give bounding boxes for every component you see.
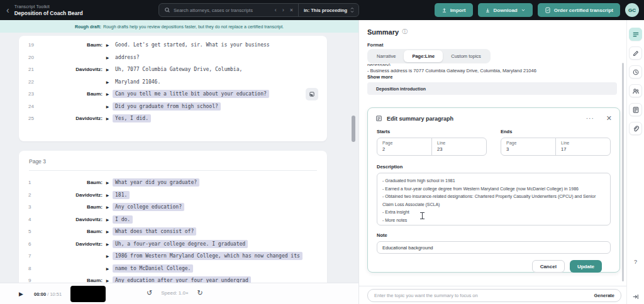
collapse-panel-icon[interactable] [629,290,642,303]
summary-icon[interactable] [629,28,642,41]
speaker-name: Baum: [40,229,103,234]
line-number: 4 [19,217,40,222]
top-bar-actions: Import Download Order certified transcri… [435,3,639,17]
section-header-deposition-introduction[interactable]: Deposition introduction [367,82,617,95]
tab-page-line[interactable]: Page:Line [404,50,443,62]
page-label: Page 3 [19,151,327,165]
avatar[interactable]: GC [625,3,639,17]
search-prev-icon[interactable]: ‹ [274,7,278,13]
tab-narrative[interactable]: Narrative [369,50,404,62]
transcript-line[interactable]: 6Davidovitz:▶Uh, a four-year college deg… [19,238,327,251]
banner-bold: Rough draft: [75,24,101,29]
line-text: 181. [113,191,130,199]
ends-line-field[interactable]: Line 17 [555,138,610,155]
certificate-icon [545,7,551,14]
line-text: Good. Let's get started, sir. What is yo… [113,41,272,49]
search-clear-icon[interactable]: × [289,7,294,13]
speaker-name: Davidovitz: [40,116,103,121]
update-button[interactable]: Update [570,260,602,273]
play-line-icon: ▶ [103,266,113,271]
speaker-name: Baum: [40,91,103,97]
transcript-line[interactable]: 4Davidovitz:▶I do. [19,214,327,226]
transcript-line[interactable]: 2Davidovitz:▶181. [19,189,327,202]
line-text: What year did you graduate? [113,178,199,187]
line-number: 23 [19,91,40,97]
forward-icon[interactable]: ↻ [197,289,203,297]
app-title: Transcript Toolkit [14,4,83,9]
transcript-line[interactable]: 1Baum:▶What year did you graduate? [19,176,327,189]
more-options-icon[interactable]: ··· [586,115,594,122]
summary-scrollbar-thumb[interactable] [622,63,624,281]
order-certified-transcript-button[interactable]: Order certified transcript [538,3,620,17]
line-text: I do. [113,215,133,224]
speed-control[interactable]: Speed: 1.0× [161,290,188,296]
show-more-link[interactable]: Show more [367,74,392,80]
title-block: Transcript Toolkit Deposition of Coach B… [14,4,83,16]
ends-label: Ends [501,129,611,134]
chevron-down-icon [521,8,526,13]
transcript-line[interactable]: 7▶1986 from Western Maryland College, wh… [19,250,327,263]
help-icon[interactable]: ? [629,255,642,268]
starts-page-field[interactable]: Page 2 [377,138,431,155]
summary-title: Summary ⓘ [367,28,408,36]
format-label: Format [367,42,383,48]
search-placeholder: Search attorneys, cases or transcripts [174,8,270,13]
line-number: 3 [19,204,40,210]
download-button[interactable]: Download [478,3,533,17]
line-number: 24 [19,104,40,109]
generate-placeholder: Enter the topic you want the summary to … [374,293,594,298]
paperclip-icon[interactable] [629,122,642,135]
speaker-name: Davidovitz: [40,67,103,72]
search-scope-select[interactable]: in: This proceeding [298,4,358,16]
back-chevron-icon[interactable]: ‹ [6,6,9,14]
note-input[interactable]: Educational background [377,241,611,254]
highlighter-icon[interactable] [629,46,642,60]
note-button[interactable] [306,88,318,100]
transcript-line[interactable]: 23Baum:▶Can you tell me a little bit abo… [19,88,327,100]
transcript-line[interactable]: 3Baum:▶Any college education? [19,201,327,214]
speaker-name: Baum: [40,204,103,210]
close-icon[interactable]: ✕ [606,114,612,122]
info-icon[interactable]: ⓘ [402,28,408,36]
transcript-panel: 19Baum:▶Good. Let's get started, sir. Wh… [0,33,358,283]
transcript-line[interactable]: 8▶name to McDaniel College. [19,263,327,275]
search-input[interactable]: Search attorneys, cases or transcripts ‹… [159,4,298,16]
speaker-name: Baum: [40,180,103,185]
generate-button[interactable]: Generate [594,293,614,298]
line-text: Did you graduate from high school? [113,102,221,111]
transcript-line[interactable]: 19Baum:▶Good. Let's get started, sir. Wh… [19,39,327,52]
edit-summary-paragraph-card: Edit summary paragraph ··· ✕ Starts Page… [367,107,620,273]
transcript-line[interactable]: 20▶address? [19,52,327,64]
banner-text: Rough drafts help you review depositions… [103,24,284,29]
line-number: 5 [19,229,40,234]
video-thumbnail[interactable] [70,286,106,302]
clock-icon[interactable] [629,65,642,79]
transcript-line[interactable]: 24▶Did you graduate from high school? [19,100,327,113]
starts-line-field[interactable]: Line 23 [431,138,486,155]
generate-topic-input[interactable]: Enter the topic you want the summary to … [367,289,621,302]
tab-custom-topics[interactable]: Custom topics [443,50,489,62]
description-label: Description [377,164,611,170]
line-text: address? [113,53,142,62]
rewind-icon[interactable]: ↺ [147,289,152,297]
search-bar[interactable]: Search attorneys, cases or transcripts ‹… [158,3,359,17]
play-button[interactable]: ▶ [19,291,23,297]
transcript-line[interactable]: 25Davidovitz:▶Yes, I did. [19,112,327,125]
icon-rail: ? [626,20,644,304]
transcript-line[interactable]: 5Baum:▶What does that consist of? [19,225,327,238]
transcript-line[interactable]: 9Baum:▶Any education after your four yea… [19,274,327,283]
people-icon[interactable] [629,84,642,97]
ends-page-field[interactable]: Page 3 [501,138,555,155]
import-label: Import [450,8,466,13]
play-line-icon: ▶ [103,180,113,185]
exhibit-doc-icon[interactable] [629,103,642,116]
description-textarea[interactable]: - Graduated from high school in 1981 - E… [377,173,611,225]
transcript-scrollbar-thumb[interactable] [352,116,355,142]
cancel-button[interactable]: Cancel [532,260,565,273]
import-button[interactable]: Import [435,3,473,17]
search-next-icon[interactable]: › [281,7,286,13]
play-line-icon: ▶ [103,92,113,96]
line-number: 19 [19,42,40,48]
transcript-line[interactable]: 21Davidovitz:▶Uh, 7077 Columbia Gateway … [19,63,327,76]
transcript-line[interactable]: 22▶Maryland 21046. [19,76,327,89]
